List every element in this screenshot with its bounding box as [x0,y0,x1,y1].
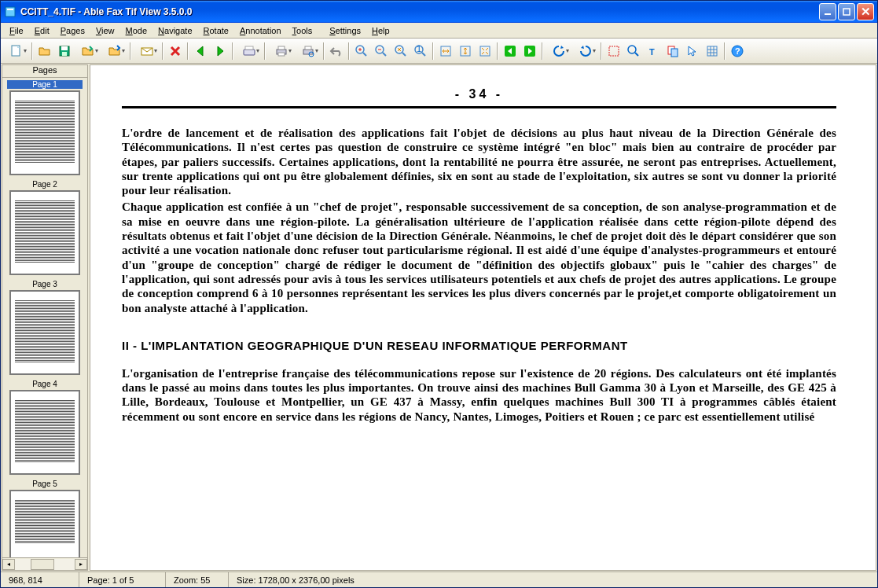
menu-bar: File Edit Pages View Mode Navigate Rotat… [1,23,877,39]
status-bar: 968, 814 Page: 1 of 5 Zoom: 55 Size: 172… [1,571,877,587]
svg-rect-0 [6,7,15,17]
fit-width-button[interactable] [436,42,455,61]
menu-file[interactable]: File [4,24,29,37]
svg-rect-42 [707,46,717,56]
scroll-left-icon[interactable]: ◂ [2,559,15,570]
svg-text:1: 1 [417,44,421,53]
menu-annotation[interactable]: Annotation [234,24,287,37]
sidebar-hscroll[interactable]: ◂ ▸ [2,557,87,570]
new-button[interactable] [3,42,29,61]
paragraph-2: Chaque application est confiée à un "che… [122,200,836,314]
thumb-page-4[interactable]: Page 4 [7,380,83,475]
nav-next-button[interactable] [520,42,539,61]
status-page: Page: 1 of 5 [79,572,166,587]
nav-prev-button[interactable] [501,42,520,61]
svg-line-25 [402,53,406,56]
svg-rect-15 [305,46,311,50]
pointer-button[interactable] [683,42,702,61]
fit-page-button[interactable] [476,42,494,61]
zoom-tool-button[interactable] [624,42,643,61]
page-number: - 34 - [122,87,836,101]
svg-rect-9 [244,50,255,55]
menu-rotate[interactable]: Rotate [198,24,234,37]
title-bar: CCITT_4.TIF - Able Fax Tif View 3.5.0.0 … [1,1,877,23]
svg-rect-13 [278,53,285,56]
pages-sidebar: Pages Page 1 Page 2 Page 3 Page 4 [2,64,88,571]
menu-tools[interactable]: Tools [287,24,318,37]
sidebar-header: Pages [2,65,87,78]
menu-help[interactable]: Help [366,24,395,37]
undo-button[interactable] [327,42,346,61]
prev-button[interactable] [191,42,210,61]
text-tool-button[interactable]: T [644,42,663,61]
svg-text:?: ? [735,46,740,56]
scroll-right-icon[interactable]: ▸ [75,559,87,570]
thumb-page-5[interactable]: Page 5 [7,480,83,557]
section-heading: II - L'IMPLANTATION GEOGRAPHIQUE D'UN RE… [122,339,836,352]
rotate-left-button[interactable] [546,42,571,61]
save-as-button[interactable] [75,42,101,61]
thumbs-list: Page 1 Page 2 Page 3 Page 4 Page 5 [2,78,87,557]
toolbar: 1 T ? [1,39,877,64]
svg-text:T: T [649,47,655,57]
svg-rect-12 [278,46,285,50]
maximize-button[interactable] [838,3,855,20]
app-icon [4,6,17,18]
window-title: CCITT_4.TIF - Able Fax Tif View 3.5.0.0 [20,6,817,17]
svg-line-29 [422,53,425,56]
svg-rect-3 [843,9,850,15]
close-button[interactable]: ✕ [857,3,874,20]
export-button[interactable] [101,42,127,61]
svg-rect-10 [245,46,253,50]
zoom-out-button[interactable] [372,42,391,61]
grid-button[interactable] [703,42,722,61]
svg-line-18 [363,53,366,56]
save-button[interactable] [55,42,74,61]
menu-navigate[interactable]: Navigate [152,24,197,37]
document-view[interactable]: - 34 - L'ordre de lancement et de réalis… [90,64,876,571]
annotate-button[interactable] [663,42,682,61]
help-button[interactable]: ? [728,42,747,61]
paragraph-3: L'organisation de l'entreprise française… [122,366,836,424]
delete-button[interactable] [166,42,185,61]
menu-view[interactable]: View [90,24,120,37]
svg-rect-33 [480,46,490,56]
svg-rect-6 [61,46,68,50]
zoom-in-button[interactable] [352,42,371,61]
svg-line-22 [383,53,386,56]
open-button[interactable] [35,42,54,61]
svg-rect-41 [671,49,678,57]
paragraph-1: L'ordre de lancement et de réalisation d… [122,126,836,197]
fit-height-button[interactable] [456,42,475,61]
status-size: Size: 1728,00 x 2376,00 pixels [229,572,877,587]
status-coords: 968, 814 [1,572,79,587]
svg-line-38 [635,53,638,56]
thumb-page-3[interactable]: Page 3 [7,280,83,375]
menu-edit[interactable]: Edit [29,24,55,37]
thumb-page-2[interactable]: Page 2 [7,180,83,275]
zoom-100-button[interactable]: 1 [411,42,430,61]
page-rule [122,106,836,108]
mail-button[interactable] [134,42,160,61]
svg-rect-1 [7,9,13,10]
minimize-button[interactable] [819,3,836,20]
next-button[interactable] [211,42,230,61]
svg-rect-7 [62,52,67,56]
rotate-right-button[interactable] [572,42,598,61]
print-button[interactable] [268,42,294,61]
select-button[interactable] [604,42,623,61]
print-preview-button[interactable] [295,42,321,61]
svg-rect-2 [825,13,831,15]
zoom-fit-button[interactable] [391,42,410,61]
status-zoom: Zoom: 55 [166,572,229,587]
menu-settings[interactable]: Settings [324,24,366,37]
svg-point-37 [628,46,636,53]
scan-button[interactable] [236,42,262,61]
thumb-page-1[interactable]: Page 1 [7,80,83,175]
menu-pages[interactable]: Pages [55,24,90,37]
svg-rect-36 [609,46,619,56]
menu-mode[interactable]: Mode [120,24,153,37]
